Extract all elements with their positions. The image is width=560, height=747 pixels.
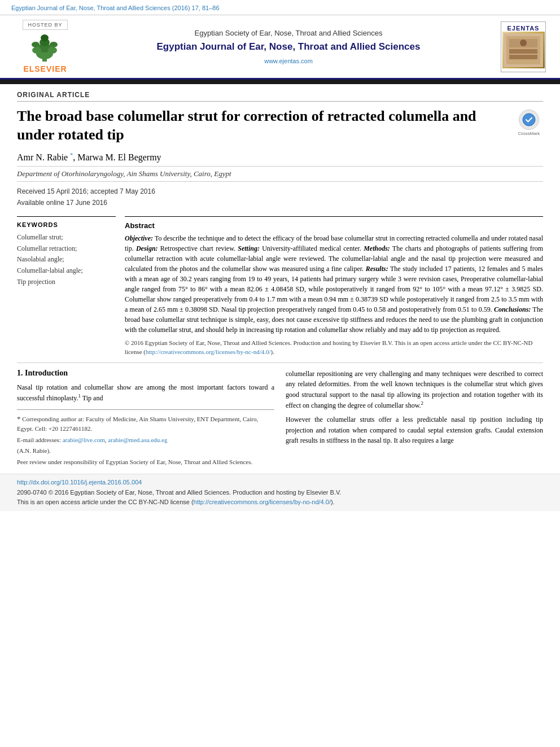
- crossmark[interactable]: CrossMark: [515, 110, 543, 138]
- bottom-copyright: 2090-0740 © 2016 Egyptian Society of Ear…: [17, 488, 543, 506]
- article-title-row: The broad base columellar strut for corr…: [17, 107, 543, 144]
- keyword-3: Nasolabial angle;: [17, 255, 116, 264]
- svg-point-6: [48, 47, 57, 54]
- abstract-body: Objective: To describe the technique and…: [125, 233, 543, 335]
- keyword-4: Columellar-labial angle;: [17, 266, 116, 276]
- doi-link[interactable]: http://dx.doi.org/10.1016/j.ejenta.2016.…: [17, 479, 543, 486]
- keyword-5: Tip projection: [17, 277, 116, 287]
- copyright-link[interactable]: http://creativecommons.org/licenses/by-n…: [146, 348, 271, 355]
- journal-header: HOSTED BY ELSEVIER Egyptian Society of E…: [0, 15, 560, 80]
- intro-paragraph-right-1: columellar repositioning are very challe…: [286, 369, 543, 411]
- section-1-heading: 1. Introduction: [17, 369, 274, 378]
- copyright-text: © 2016 Egyptian Society of Ear, Nose, Th…: [125, 338, 543, 357]
- bottom-bar: http://dx.doi.org/10.1016/j.ejenta.2016.…: [0, 474, 560, 511]
- footnote-initials: (A.N. Rabie).: [17, 446, 274, 456]
- main-content: ORIGINAL ARTICLE The broad base columell…: [0, 84, 560, 468]
- society-name: Egyptian Society of Ear, Nose, Throat an…: [195, 29, 383, 37]
- email-link-1[interactable]: arabie@live.com: [63, 436, 105, 443]
- received-date: Received 15 April 2016; accepted 7 May 2…: [17, 186, 543, 197]
- article-type: ORIGINAL ARTICLE: [17, 91, 543, 102]
- banner-text: Egyptian Journal of Ear, Nose, Throat an…: [11, 5, 220, 11]
- body-right-column: columellar repositioning are very challe…: [286, 369, 543, 469]
- keyword-2: Columellar retraction;: [17, 244, 116, 254]
- svg-point-15: [523, 113, 535, 126]
- available-date: Available online 17 June 2016: [17, 198, 543, 208]
- author-star: *: [70, 152, 73, 158]
- intro-paragraph-right-2: However the columellar struts offer a le…: [286, 414, 543, 446]
- keywords-column: KEYWORDS Columellar strut; Columellar re…: [17, 216, 116, 357]
- svg-point-4: [41, 34, 49, 41]
- elsevier-tree-icon: [25, 32, 65, 63]
- dark-bar: [0, 80, 560, 84]
- svg-point-7: [32, 42, 40, 47]
- ejentas-logo: EJENTAS: [498, 20, 549, 73]
- body-section: 1. Introduction Nasal tip rotation and c…: [17, 369, 543, 469]
- author-names: Amr N. Rabie *, Marwa M. El Begermy: [17, 152, 161, 162]
- crossmark-check-icon: [522, 113, 536, 126]
- crossmark-icon: [519, 110, 539, 130]
- svg-point-8: [50, 42, 58, 47]
- svg-point-14: [520, 40, 527, 46]
- journal-title: Egyptian Journal of Ear, Nose, Throat an…: [157, 41, 421, 53]
- ejentas-cover-icon: [504, 33, 543, 67]
- top-banner: Egyptian Journal of Ear, Nose, Throat an…: [0, 0, 560, 15]
- hosted-by-label: HOSTED BY: [23, 20, 67, 30]
- crossmark-label: CrossMark: [518, 131, 540, 136]
- footnote-email: E-mail addresses: arabie@live.com, arabi…: [17, 435, 274, 445]
- keywords-title: KEYWORDS: [17, 221, 116, 228]
- ejentas-image: [502, 32, 545, 68]
- publisher-logo: HOSTED BY ELSEVIER: [11, 20, 79, 73]
- body-left-column: 1. Introduction Nasal tip rotation and c…: [17, 369, 274, 469]
- affiliation: Department of Otorhinolaryngology, Ain S…: [17, 166, 543, 182]
- bottom-license-link[interactable]: http://creativecommons.org/licenses/by-n…: [194, 499, 331, 505]
- article-dates: Received 15 April 2016; accepted 7 May 2…: [17, 186, 543, 208]
- email-link-2[interactable]: arabie@med.asu.edu.eg: [108, 436, 167, 443]
- ejentas-label: EJENTAS: [508, 25, 540, 32]
- section-divider: [17, 362, 543, 363]
- ejentas-box: EJENTAS: [501, 21, 546, 72]
- svg-rect-13: [509, 55, 537, 59]
- journal-url: www.ejentas.com: [264, 58, 313, 64]
- footnote-star: * Corresponding author at: Faculty of Me…: [17, 413, 274, 434]
- article-title: The broad base columellar strut for corr…: [17, 107, 515, 144]
- ref-2: 2: [421, 400, 424, 406]
- intro-paragraph-left: Nasal tip rotation and columellar show a…: [17, 382, 274, 404]
- abstract-title: Abstract: [125, 221, 543, 230]
- journal-info: Egyptian Society of Ear, Nose, Throat an…: [85, 20, 492, 73]
- footnotes: * Corresponding author at: Faculty of Me…: [17, 409, 274, 467]
- elsevier-text: ELSEVIER: [23, 64, 67, 73]
- abstract-section: KEYWORDS Columellar strut; Columellar re…: [17, 216, 543, 357]
- footnote-peer-review: Peer review under responsibility of Egyp…: [17, 457, 274, 467]
- svg-rect-12: [509, 49, 537, 54]
- ref-1: 1: [78, 393, 81, 399]
- svg-point-5: [32, 47, 41, 54]
- abstract-column: Abstract Objective: To describe the tech…: [125, 216, 543, 357]
- elsevier-logo: ELSEVIER: [23, 32, 67, 73]
- authors: Amr N. Rabie *, Marwa M. El Begermy: [17, 152, 543, 163]
- keyword-1: Columellar strut;: [17, 233, 116, 242]
